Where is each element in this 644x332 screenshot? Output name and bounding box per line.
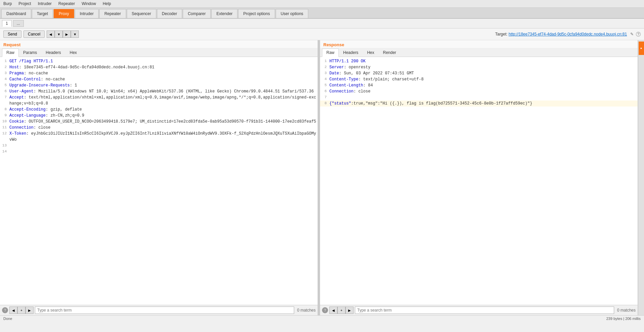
- request-next-match[interactable]: +: [17, 307, 25, 314]
- request-help-btn[interactable]: ?: [2, 307, 8, 313]
- line-content: Cookie: OUTFOX_SEARCH_USER_ID_NCOO=20634…: [9, 119, 318, 125]
- tab-decoder[interactable]: Decoder: [157, 9, 182, 18]
- header-value: : openresty: [344, 65, 370, 70]
- header-name: Cache-Control: [9, 77, 41, 82]
- request-line: 2Host: 18ee7345-ef74-4dad-9d5c-0cfa94d0d…: [0, 64, 318, 70]
- request-prev-match[interactable]: ◀: [9, 307, 17, 314]
- line-content: X-Token: eyJhbGciOiJIUzI1NiIsInR5cCI6Ikp…: [9, 131, 318, 143]
- line-number: 1: [0, 58, 9, 64]
- menu-repeater[interactable]: Repeater: [57, 1, 76, 7]
- header-value: : no-cache: [41, 77, 65, 82]
- request-search-nav: ◀ + ▶: [9, 307, 34, 314]
- header-value: : 1: [70, 83, 77, 88]
- line-content: {"status":true,"msg":"Hi ({.}), flag is …: [329, 101, 638, 107]
- request-next-match2[interactable]: ▶: [25, 307, 34, 314]
- next-dropdown[interactable]: ▼: [71, 30, 79, 38]
- line-number: 4: [0, 76, 9, 82]
- header-value: : OUTFOX_SEARCH_USER_ID_NCOO=2063499418.…: [24, 119, 316, 124]
- response-line: 7: [320, 94, 638, 101]
- prev-button[interactable]: ◀: [47, 30, 55, 38]
- header-name: Accept: [9, 95, 24, 100]
- response-tab-render[interactable]: Render: [379, 49, 400, 57]
- request-tab-headers[interactable]: Headers: [41, 49, 65, 57]
- response-prev-match[interactable]: ◀: [329, 307, 337, 314]
- line-content: Date: Sun, 03 Apr 2022 07:43:51 GMT: [329, 70, 638, 76]
- repeater-tab-ellipsis[interactable]: ...: [13, 20, 24, 27]
- menu-window[interactable]: Window: [80, 1, 97, 7]
- header-name: Connection: [329, 89, 354, 94]
- header-value: : text/html,application/xhtml+xml,applic…: [9, 95, 316, 106]
- request-code[interactable]: 1GET /flag HTTP/1.12Host: 18ee7345-ef74-…: [0, 57, 318, 305]
- header-name: Pragma: [9, 71, 24, 76]
- header-value: : eyJhbGciOiJIUzI1NiIsInR5cCI6IkpXVCJ9.e…: [9, 131, 316, 142]
- tab-sequencer[interactable]: Sequencer: [127, 9, 156, 18]
- tab-target[interactable]: Target: [32, 9, 53, 18]
- header-name: User-Agent: [9, 89, 34, 94]
- menu-help[interactable]: Help: [101, 1, 112, 7]
- menu-intruder[interactable]: Intruder: [37, 1, 53, 7]
- tab-comparer[interactable]: Comparer: [183, 9, 211, 18]
- cancel-button[interactable]: Cancel: [23, 30, 45, 38]
- request-tab-hex[interactable]: Hex: [65, 49, 81, 57]
- tab-user-options[interactable]: User options: [276, 9, 308, 18]
- response-next-match[interactable]: +: [337, 307, 345, 314]
- response-next-match2[interactable]: ▶: [345, 307, 354, 314]
- tab-project-options[interactable]: Project options: [238, 9, 275, 18]
- tab-dashboard[interactable]: Dashboard: [1, 9, 31, 18]
- repeater-tab-1[interactable]: 1: [2, 20, 12, 27]
- line-number: 1: [320, 58, 329, 64]
- request-line: 8Accept-Encoding: gzip, deflate: [0, 107, 318, 113]
- response-title: Response: [320, 40, 638, 48]
- header-value: : 84: [363, 83, 373, 88]
- tab-extender[interactable]: Extender: [211, 9, 237, 18]
- line-number: 4: [320, 76, 329, 82]
- next-button[interactable]: ▶: [63, 30, 71, 38]
- edit-icon[interactable]: ✎: [630, 32, 634, 37]
- response-tab-hex[interactable]: Hex: [363, 49, 378, 57]
- menu-burp[interactable]: Burp: [2, 1, 13, 7]
- request-tab-raw[interactable]: Raw: [2, 49, 19, 57]
- request-search-input[interactable]: [35, 307, 294, 314]
- line-number: 8: [0, 107, 9, 113]
- line-number: 2: [0, 64, 9, 70]
- line-number: 9: [0, 113, 9, 119]
- request-line: 3Pragma: no-cache: [0, 70, 318, 76]
- response-search-input[interactable]: [355, 307, 614, 314]
- menu-project[interactable]: Project: [17, 1, 32, 7]
- line-content: Server: openresty: [329, 64, 638, 70]
- header-name: Server: [329, 65, 344, 70]
- line-number: 2: [320, 64, 329, 70]
- header-value: : text/plain; charset=utf-8: [358, 77, 423, 82]
- header-value: : zh-CN,zh;q=0.9: [46, 113, 84, 118]
- header-name: Content-Type: [329, 77, 358, 82]
- response-line: 8{"status":true,"msg":"Hi ({.}), flag is…: [320, 101, 638, 107]
- request-tab-params[interactable]: Params: [19, 49, 41, 57]
- response-code[interactable]: 1HTTP/1.1 200 OK2Server: openresty3Date:…: [320, 57, 638, 305]
- repeater-tab-row: 1 ...: [0, 19, 644, 28]
- header-name: Host: [9, 65, 19, 70]
- tab-proxy[interactable]: Proxy: [54, 9, 74, 18]
- status-bar: Done 239 bytes | 206 millis: [0, 315, 644, 322]
- response-tab-headers[interactable]: Headers: [339, 49, 363, 57]
- header-value: : Sun, 03 Apr 2022 07:43:51 GMT: [339, 71, 414, 76]
- sidebar-plugin-btn[interactable]: ●: [639, 42, 644, 55]
- response-panel: Response Raw Headers Hex Render 1HTTP/1.…: [320, 40, 638, 315]
- response-line: 3Date: Sun, 03 Apr 2022 07:43:51 GMT: [320, 70, 638, 76]
- line-number: 14: [0, 149, 9, 155]
- line-content: Pragma: no-cache: [9, 70, 318, 76]
- tab-intruder[interactable]: Intruder: [75, 9, 99, 18]
- line-content: HTTP/1.1 200 OK: [329, 58, 638, 64]
- response-tab-raw[interactable]: Raw: [322, 49, 339, 57]
- line-number: 6: [320, 88, 329, 94]
- prev-dropdown[interactable]: ▼: [55, 30, 63, 38]
- request-line: 13: [0, 143, 318, 149]
- line-content: Accept: text/html,application/xhtml+xml,…: [9, 94, 318, 107]
- tab-repeater[interactable]: Repeater: [99, 9, 126, 18]
- help-icon-toolbar[interactable]: ?: [636, 32, 641, 37]
- target-url-link[interactable]: http://18ee7345-ef74-4dad-9d5c-0cfa94d0d…: [508, 32, 627, 37]
- line-content: [9, 149, 318, 155]
- send-button[interactable]: Send: [3, 30, 21, 38]
- header-value: : no-cache: [24, 71, 48, 76]
- response-line: 5Content-Length: 84: [320, 82, 638, 88]
- response-help-btn[interactable]: ?: [322, 307, 328, 313]
